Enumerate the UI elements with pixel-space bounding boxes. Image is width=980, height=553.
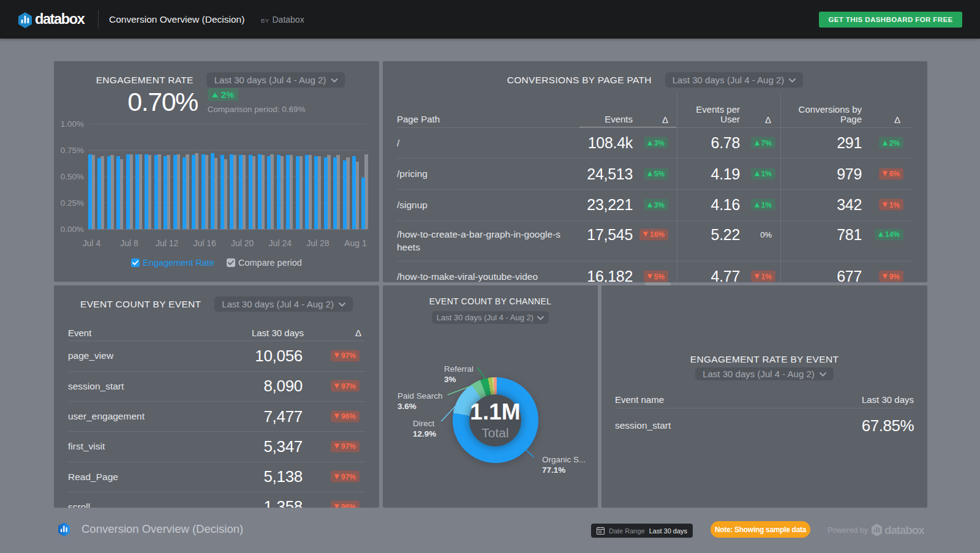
triangle-up-icon bbox=[883, 140, 888, 145]
events-value: 108.4k bbox=[588, 134, 633, 152]
conversions-date-range-dropdown[interactable]: Last 30 days (Jul 4 - Aug 2) bbox=[665, 72, 804, 88]
legend-compare-period[interactable]: Compare period bbox=[227, 258, 302, 268]
x-axis-tick: Jul 12 bbox=[156, 238, 178, 248]
triangle-down-icon bbox=[334, 444, 339, 449]
horizontal-scrollbar-thumb[interactable] bbox=[645, 282, 671, 285]
powered-databox-wordmark[interactable]: databox bbox=[884, 524, 924, 537]
engagement-bar bbox=[107, 156, 111, 229]
engagement-bar bbox=[305, 155, 309, 229]
conversions-delta-badge: 14% bbox=[875, 228, 903, 240]
triangle-up-icon bbox=[755, 171, 760, 176]
events-per-user-delta-badge: 0% bbox=[756, 228, 775, 240]
engagement-bar bbox=[239, 155, 243, 229]
chevron-down-icon bbox=[537, 316, 544, 320]
event-count-date-range-dropdown[interactable]: Last 30 days (Jul 4 - Aug 2) bbox=[214, 296, 353, 312]
footer-databox-logo-icon bbox=[58, 522, 70, 536]
date-range-pill[interactable]: Date Range Last 30 days bbox=[591, 524, 693, 538]
row-separator bbox=[68, 401, 365, 402]
engagement-bar bbox=[258, 154, 262, 230]
powered-by-text: Powered by bbox=[827, 526, 868, 535]
engagement-bar bbox=[126, 154, 130, 230]
y-axis-tick: 0.00% bbox=[57, 225, 84, 234]
conversions-delta-badge: 2% bbox=[879, 137, 903, 149]
col-header-delta: Δ bbox=[893, 115, 902, 125]
event-name-cell: page_view bbox=[68, 349, 113, 362]
chevron-down-icon bbox=[820, 372, 826, 377]
x-axis-tick: Aug 1 bbox=[344, 238, 367, 248]
event-count-value: 8,090 bbox=[263, 377, 303, 396]
event-count-value: 7,477 bbox=[263, 407, 303, 426]
engagement-bar bbox=[154, 155, 158, 229]
event-count-title: EVENT COUNT BY EVENT bbox=[80, 299, 201, 310]
topbar: databox Conversion Overview (Decision) B… bbox=[0, 0, 980, 39]
rate-by-event-row-value: 67.85% bbox=[862, 416, 914, 435]
events-delta-badge: 16% bbox=[639, 228, 668, 240]
header-underline bbox=[615, 408, 914, 408]
topbar-divider bbox=[98, 10, 99, 29]
column-divider bbox=[780, 93, 781, 282]
event-count-delta-badge: 97% bbox=[331, 440, 360, 452]
events-per-user-value: 5.22 bbox=[711, 225, 740, 243]
events-delta-badge: 5% bbox=[644, 271, 668, 282]
x-axis-tick: Jul 24 bbox=[269, 238, 292, 248]
checkbox-checked-icon[interactable] bbox=[227, 258, 235, 267]
checkbox-checked-icon[interactable] bbox=[131, 258, 140, 267]
channel-date-range-dropdown[interactable]: Last 30 days (Jul 4 - Aug 2) bbox=[432, 311, 549, 324]
triangle-down-icon bbox=[883, 202, 888, 207]
conversions-value: 979 bbox=[837, 165, 862, 182]
donut-total-value: 1.1M bbox=[470, 400, 520, 424]
page-path-cell: /how-to-create-a-bar-graph-in-google-she… bbox=[397, 228, 581, 254]
conversions-value: 342 bbox=[837, 196, 862, 214]
x-axis-tick: Jul 8 bbox=[120, 238, 138, 248]
calendar-icon bbox=[597, 527, 605, 535]
legend-engagement-rate[interactable]: Engagement Rate bbox=[131, 258, 214, 268]
panel-event-count-by-event: EVENT COUNT BY EVENT Last 30 days (Jul 4… bbox=[54, 285, 379, 508]
col-header-conversions-2: Page bbox=[739, 114, 862, 124]
channel-title: EVENT COUNT BY CHANNEL bbox=[429, 296, 552, 306]
slice-label: Organic S...77.1% bbox=[542, 454, 586, 475]
engagement-bar bbox=[249, 155, 252, 229]
conversions-value: 781 bbox=[837, 225, 862, 243]
events-per-user-value: 4.16 bbox=[711, 196, 740, 214]
triangle-down-icon bbox=[755, 274, 760, 279]
rate-by-event-date-range-dropdown[interactable]: Last 30 days (Jul 4 - Aug 2) bbox=[695, 367, 834, 380]
col-header-event: Event bbox=[68, 328, 91, 338]
engagement-bar bbox=[314, 156, 318, 229]
slice-label: Paid Search3.6% bbox=[398, 391, 443, 412]
header-underline bbox=[397, 127, 913, 128]
triangle-down-icon bbox=[334, 353, 339, 358]
header-underline bbox=[68, 340, 365, 341]
engagement-bar bbox=[164, 156, 167, 229]
conversions-delta-badge: 6% bbox=[879, 168, 903, 179]
get-dashboard-button[interactable]: GET THIS DASHBOARD FOR FREE bbox=[819, 12, 962, 28]
event-name-cell: Read_Page bbox=[68, 470, 118, 483]
event-count-delta-badge: 97% bbox=[331, 350, 360, 361]
row-separator bbox=[68, 492, 365, 492]
conversions-title: CONVERSIONS BY PAGE PATH bbox=[507, 75, 652, 86]
by-name[interactable]: Databox bbox=[272, 15, 304, 24]
engagement-bar bbox=[116, 156, 120, 229]
col-header-events: Events bbox=[510, 114, 633, 124]
x-axis-tick: Jul 28 bbox=[306, 238, 329, 248]
panel-engagement-rate: ENGAGEMENT RATE Last 30 days (Jul 4 - Au… bbox=[54, 61, 379, 282]
y-axis-tick: 0.50% bbox=[57, 171, 84, 181]
row-separator bbox=[397, 220, 913, 221]
engagement-bar bbox=[135, 154, 139, 230]
event-count-delta-badge: 97% bbox=[331, 380, 360, 392]
row-separator bbox=[397, 158, 913, 159]
engagement-bar bbox=[97, 158, 101, 229]
event-count-value: 10,056 bbox=[255, 346, 303, 365]
page-path-cell: /signup bbox=[397, 198, 581, 211]
events-per-user-delta-badge: 1% bbox=[751, 271, 775, 282]
event-count-delta-badge: 96% bbox=[331, 410, 360, 422]
col-header-conversions: Conversions by bbox=[739, 104, 862, 115]
date-range-label: Date Range bbox=[609, 527, 645, 535]
event-name-cell: first_visit bbox=[68, 440, 105, 453]
conversions-delta-badge: 1% bbox=[879, 199, 903, 211]
row-separator bbox=[68, 371, 365, 372]
y-axis-tick: 1.00% bbox=[57, 119, 84, 128]
row-separator bbox=[397, 189, 913, 190]
powered-databox-logo-icon[interactable] bbox=[872, 524, 882, 536]
engagement-bar bbox=[324, 157, 328, 229]
gridline bbox=[88, 150, 367, 151]
